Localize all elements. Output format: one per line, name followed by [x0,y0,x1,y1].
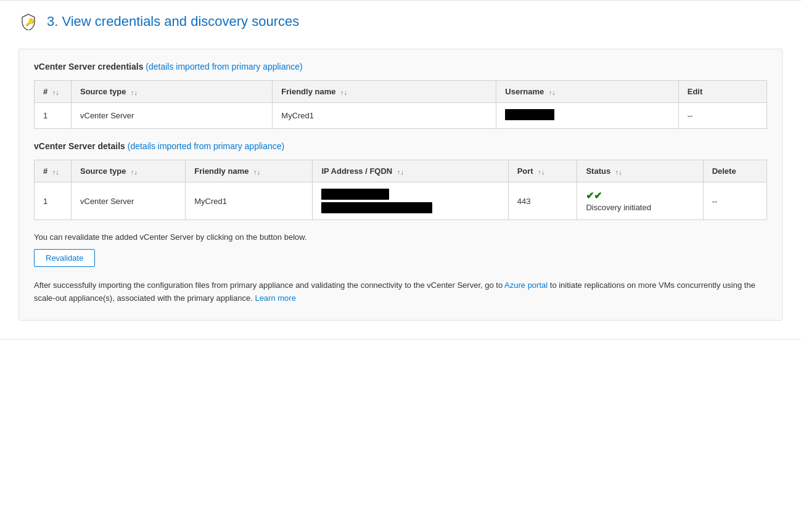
credentials-title: vCenter Server credentials (details impo… [34,62,767,72]
sort-icon-hash-det[interactable]: ↑↓ [52,168,59,176]
col-hash-cred: # ↑↓ [35,81,72,103]
details-table-row: 1 vCenter Server MyCred1 443 [35,182,767,220]
col-friendly-name-cred: Friendly name ↑↓ [273,81,496,103]
col-friendly-name-det: Friendly name ↑↓ [186,160,313,182]
credentials-table: # ↑↓ Source type ↑↓ Friendly name ↑↓ [34,80,767,129]
sort-icon-ip-det[interactable]: ↑↓ [397,168,404,176]
bottom-divider [0,339,801,340]
revalidate-description: You can revalidate the added vCenter Ser… [34,232,767,242]
sort-icon-hash-cred[interactable]: ↑↓ [52,89,59,96]
sort-icon-source-cred[interactable]: ↑↓ [131,89,138,96]
cred-row-source-type: vCenter Server [72,103,273,129]
details-title: vCenter Server details (details imported… [34,141,767,151]
cred-row-hash: 1 [35,103,72,129]
sort-icon-friendly-cred[interactable]: ↑↓ [340,89,347,96]
det-row-delete: -- [703,182,766,220]
details-table-header-row: # ↑↓ Source type ↑↓ Friendly name ↑↓ [35,160,767,182]
col-ip-address-det: IP Address / FQDN ↑↓ [313,160,508,182]
col-delete-det: Delete [703,160,766,182]
info-text-section: After successfully importing the configu… [34,279,767,305]
svg-text:🔑: 🔑 [25,17,35,27]
status-checkmark: ✔✔ [586,190,694,202]
col-hash-det: # ↑↓ [35,160,72,182]
col-port-det: Port ↑↓ [508,160,577,182]
info-text-before-link1: After successfully importing the configu… [34,280,504,290]
sort-icon-username-cred[interactable]: ↑↓ [549,89,556,96]
page-title: 3. View credentials and discovery source… [47,14,299,30]
revalidate-button[interactable]: Revalidate [34,249,95,267]
sort-icon-port-det[interactable]: ↑↓ [538,168,544,176]
cred-row-edit: -- [678,103,766,129]
shield-icon: 🔑 [18,12,38,31]
main-card: vCenter Server credentials (details impo… [18,49,783,321]
credentials-table-row: 1 vCenter Server MyCred1 -- [35,103,767,129]
credentials-section: vCenter Server credentials (details impo… [34,62,767,129]
det-row-status: ✔✔ Discovery initiated [577,182,703,220]
credentials-title-note: (details imported from primary appliance… [146,62,302,72]
col-username-cred: Username ↑↓ [496,81,678,103]
cred-row-username [496,103,678,129]
details-title-note: (details imported from primary appliance… [128,141,284,151]
sort-icon-status-det[interactable]: ↑↓ [615,168,622,176]
section-gap-1 [34,129,767,141]
col-source-type-cred: Source type ↑↓ [72,81,273,103]
credentials-table-header-row: # ↑↓ Source type ↑↓ Friendly name ↑↓ [35,81,767,103]
det-row-source-type: vCenter Server [72,182,186,220]
details-table: # ↑↓ Source type ↑↓ Friendly name ↑↓ [34,160,767,220]
col-status-det: Status ↑↓ [577,160,703,182]
details-section: vCenter Server details (details imported… [34,141,767,220]
det-row-ip [313,182,508,220]
header-section: 🔑 3. View credentials and discovery sour… [0,1,801,43]
det-row-port: 443 [508,182,577,220]
ip-redacted-top [321,189,389,200]
col-edit-cred: Edit [678,81,766,103]
page-container: 🔑 3. View credentials and discovery sour… [0,0,801,340]
cred-row-friendly-name: MyCred1 [273,103,496,129]
det-row-hash: 1 [35,182,72,220]
username-redacted [505,109,554,120]
col-source-type-det: Source type ↑↓ [72,160,186,182]
ip-redacted-bottom [321,202,432,213]
det-row-friendly-name: MyCred1 [186,182,313,220]
sort-icon-source-det[interactable]: ↑↓ [131,168,138,176]
main-content: vCenter Server credentials (details impo… [0,43,801,339]
revalidate-section: You can revalidate the added vCenter Ser… [34,232,767,267]
sort-icon-friendly-det[interactable]: ↑↓ [253,168,260,176]
learn-more-link[interactable]: Learn more [255,293,295,303]
status-cell: ✔✔ Discovery initiated [586,190,694,212]
status-text: Discovery initiated [586,203,694,212]
azure-portal-link[interactable]: Azure portal [504,280,548,290]
